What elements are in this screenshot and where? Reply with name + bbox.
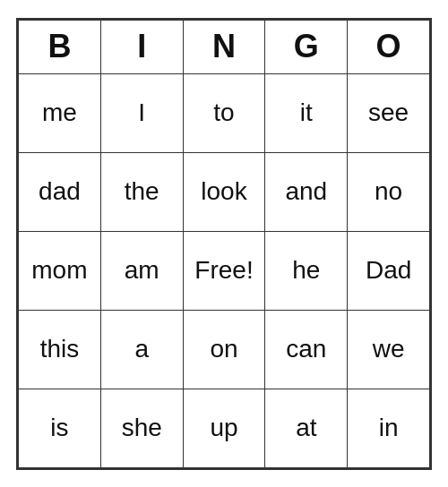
table-cell: the <box>100 152 183 231</box>
table-row: issheupatin <box>19 389 430 467</box>
bingo-card: B I N G O meItoitseedadthelookandnomomam… <box>16 18 432 470</box>
table-cell: Free! <box>183 231 265 310</box>
header-row: B I N G O <box>19 20 430 73</box>
table-cell: he <box>265 231 348 310</box>
table-row: momamFree!heDad <box>19 231 430 310</box>
table-cell: Dad <box>348 231 430 310</box>
table-cell: me <box>19 73 101 152</box>
table-cell: dad <box>19 152 101 231</box>
table-cell: no <box>348 152 430 231</box>
header-n: N <box>183 20 265 73</box>
table-cell: we <box>348 310 430 389</box>
table-cell: at <box>265 389 348 467</box>
table-cell: is <box>19 389 101 467</box>
header-g: G <box>265 20 348 73</box>
bingo-table: B I N G O meItoitseedadthelookandnomomam… <box>18 20 430 468</box>
table-cell: mom <box>19 231 101 310</box>
table-cell: in <box>348 389 430 467</box>
table-cell: on <box>183 310 265 389</box>
table-cell: am <box>100 231 183 310</box>
table-row: meItoitsee <box>19 73 430 152</box>
table-cell: to <box>183 73 265 152</box>
table-row: dadthelookandno <box>19 152 430 231</box>
table-cell: a <box>100 310 183 389</box>
table-cell: she <box>100 389 183 467</box>
header-o: O <box>348 20 430 73</box>
table-cell: up <box>183 389 265 467</box>
table-cell: I <box>100 73 183 152</box>
table-cell: this <box>19 310 101 389</box>
header-i: I <box>100 20 183 73</box>
table-cell: it <box>265 73 348 152</box>
table-cell: can <box>265 310 348 389</box>
table-row: thisaoncanwe <box>19 310 430 389</box>
table-cell: and <box>265 152 348 231</box>
table-cell: look <box>183 152 265 231</box>
table-cell: see <box>348 73 430 152</box>
header-b: B <box>19 20 101 73</box>
